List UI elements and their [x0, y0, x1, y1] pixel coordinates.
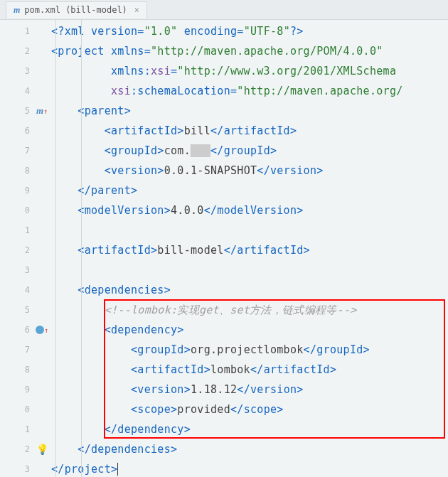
code-area[interactable]: <?xml version="1.0" encoding="UTF-8"?> <…	[50, 20, 448, 477]
maven-icon: m	[14, 5, 20, 16]
tab-bar: m pom.xml (bill-model) ×	[0, 0, 448, 20]
line-number: 9	[0, 181, 30, 200]
maven-marker-icon[interactable]: m↑	[34, 101, 50, 121]
line-number: 5	[0, 101, 30, 121]
line-number: 3	[0, 260, 30, 280]
line-number: 8	[0, 161, 30, 181]
line-number: 1	[0, 220, 30, 240]
line-number: 4	[0, 280, 30, 300]
line-number: 2	[0, 240, 30, 260]
line-number: 7	[0, 141, 30, 161]
line-number: 6	[0, 121, 30, 141]
close-icon[interactable]: ×	[134, 5, 139, 15]
gutter-icons: m↑ ↑ 💡	[34, 20, 50, 477]
line-number: 3	[0, 61, 30, 81]
line-number: 2	[0, 439, 30, 459]
bulb-icon[interactable]: 💡	[34, 439, 50, 459]
line-number: 0	[0, 200, 30, 220]
line-number: 7	[0, 340, 30, 360]
override-marker-icon[interactable]: ↑	[34, 320, 50, 340]
tab-filename: pom.xml (bill-model)	[24, 5, 127, 15]
line-number: 1	[0, 419, 30, 439]
line-number: 4	[0, 81, 30, 101]
line-number: 5	[0, 300, 30, 320]
editor: 1 2 3 4 5 6 7 8 9 0 1 2 3 4 5 6 7 8 9 0 …	[0, 20, 448, 477]
line-number: 0	[0, 400, 30, 419]
line-number: 1	[0, 21, 30, 41]
file-tab[interactable]: m pom.xml (bill-model) ×	[6, 1, 147, 18]
line-number: 8	[0, 360, 30, 380]
line-number: 3	[0, 459, 30, 477]
text-cursor	[117, 463, 118, 476]
line-number: 9	[0, 380, 30, 400]
line-number: 6	[0, 320, 30, 340]
line-number: 2	[0, 41, 30, 61]
line-numbers: 1 2 3 4 5 6 7 8 9 0 1 2 3 4 5 6 7 8 9 0 …	[0, 20, 34, 477]
